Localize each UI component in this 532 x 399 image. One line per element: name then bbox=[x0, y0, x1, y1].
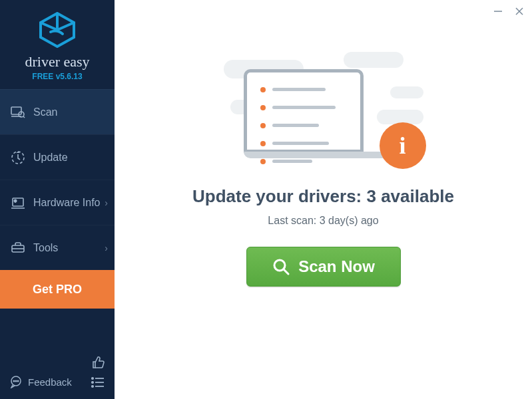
sidebar-item-update[interactable]: Update bbox=[0, 134, 115, 180]
svg-text:i: i bbox=[15, 200, 16, 203]
svg-rect-6 bbox=[13, 198, 23, 206]
sidebar-item-hardware-info[interactable]: i Hardware Info › bbox=[0, 180, 115, 225]
sidebar-item-label: Tools bbox=[33, 242, 58, 254]
hardware-info-icon: i bbox=[11, 196, 25, 210]
svg-point-16 bbox=[92, 378, 93, 379]
window-controls bbox=[493, 7, 524, 16]
svg-point-13 bbox=[13, 380, 15, 382]
feedback-label: Feedback bbox=[28, 376, 72, 388]
sidebar-item-label: Scan bbox=[33, 106, 57, 118]
svg-point-15 bbox=[17, 380, 19, 382]
brand-logo-icon bbox=[37, 12, 77, 48]
list-icon[interactable] bbox=[91, 376, 105, 388]
feedback-button[interactable]: Feedback bbox=[9, 375, 72, 388]
close-button[interactable] bbox=[515, 7, 524, 16]
brand-area: driver easy FREE v5.6.13 bbox=[0, 0, 115, 89]
chevron-right-icon: › bbox=[105, 243, 108, 253]
sidebar: driver easy FREE v5.6.13 Scan bbox=[0, 0, 115, 399]
thumbs-up-icon[interactable] bbox=[91, 355, 105, 370]
svg-rect-1 bbox=[11, 107, 21, 114]
svg-line-4 bbox=[23, 116, 25, 118]
last-scan-text: Last scan: 3 day(s) ago bbox=[268, 215, 378, 227]
sidebar-footer: Feedback bbox=[0, 348, 115, 399]
info-badge-icon: i bbox=[380, 122, 426, 169]
feedback-icon bbox=[9, 375, 23, 388]
sidebar-item-scan[interactable]: Scan bbox=[0, 89, 115, 134]
sidebar-item-label: Update bbox=[33, 152, 68, 164]
sidebar-item-label: Hardware Info bbox=[33, 197, 101, 209]
svg-point-20 bbox=[92, 386, 93, 387]
search-icon bbox=[272, 257, 290, 276]
main-content: i Update your drivers: 3 available Last … bbox=[115, 0, 532, 399]
scan-now-button[interactable]: Scan Now bbox=[246, 247, 401, 287]
chevron-right-icon: › bbox=[105, 198, 108, 208]
svg-point-14 bbox=[15, 380, 17, 382]
brand-name: driver easy bbox=[0, 53, 115, 70]
brand-version: FREE v5.6.13 bbox=[0, 72, 115, 81]
svg-line-26 bbox=[284, 269, 288, 274]
tools-icon bbox=[11, 241, 25, 255]
headline: Update your drivers: 3 available bbox=[192, 186, 454, 207]
scan-icon bbox=[11, 105, 25, 120]
scan-now-label: Scan Now bbox=[298, 257, 375, 276]
sidebar-nav: Scan Update i bbox=[0, 89, 115, 309]
get-pro-button[interactable]: Get PRO bbox=[0, 270, 115, 309]
update-icon bbox=[11, 150, 25, 165]
minimize-button[interactable] bbox=[493, 7, 503, 16]
svg-point-18 bbox=[92, 382, 93, 383]
sidebar-item-tools[interactable]: Tools › bbox=[0, 225, 115, 270]
illustration: i bbox=[224, 47, 423, 166]
get-pro-label: Get PRO bbox=[33, 283, 82, 297]
